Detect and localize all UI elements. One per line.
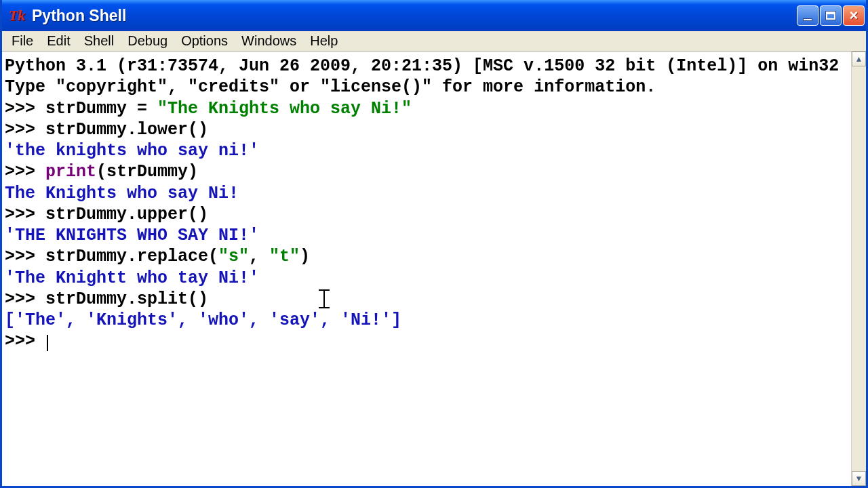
output-line: The Knights who say Ni!	[5, 183, 848, 204]
menu-debug[interactable]: Debug	[121, 31, 174, 51]
close-button[interactable]: ×	[843, 5, 865, 26]
menu-options[interactable]: Options	[174, 31, 235, 51]
minimize-button[interactable]	[797, 5, 818, 26]
menu-file[interactable]: File	[5, 31, 40, 51]
maximize-button[interactable]	[820, 5, 842, 26]
titlebar[interactable]: Tk Python Shell ×	[2, 0, 866, 31]
input-line: >>> strDummy = "The Knights who say Ni!"	[5, 98, 848, 119]
input-line: >>> print(strDummy)	[5, 161, 848, 182]
ibeam-cursor	[323, 289, 325, 308]
window-title: Python Shell	[32, 7, 797, 25]
menubar: FileEditShellDebugOptionsWindowsHelp	[2, 31, 866, 52]
output-line: 'The Knightt who tay Ni!'	[5, 268, 848, 289]
input-line: >>> strDummy.split()	[5, 289, 848, 310]
close-icon: ×	[850, 8, 859, 23]
input-line: >>>	[5, 331, 848, 352]
output-line: 'THE KNIGHTS WHO SAY NI!'	[5, 225, 848, 246]
menu-shell[interactable]: Shell	[77, 31, 121, 51]
minimize-icon	[803, 18, 812, 21]
menu-help[interactable]: Help	[303, 31, 344, 51]
scroll-down-button[interactable]: ▼	[852, 471, 866, 486]
output-line: ['The', 'Knights', 'who', 'say', 'Ni!']	[5, 310, 848, 331]
menu-edit[interactable]: Edit	[40, 31, 77, 51]
text-cursor	[47, 335, 48, 351]
vertical-scrollbar[interactable]: ▲ ▼	[851, 52, 866, 486]
window-controls: ×	[797, 5, 865, 26]
maximize-icon	[826, 12, 835, 20]
output-line: 'the knights who say ni!'	[5, 140, 848, 161]
input-line: >>> strDummy.replace("s", "t")	[5, 246, 848, 267]
input-line: >>> strDummy.upper()	[5, 204, 848, 225]
app-window: Tk Python Shell × FileEditShellDebugOpti…	[0, 0, 868, 488]
content-area: Python 3.1 (r31:73574, Jun 26 2009, 20:2…	[2, 52, 866, 486]
app-icon: Tk	[7, 6, 26, 25]
scroll-track[interactable]	[852, 66, 866, 471]
banner-line: Python 3.1 (r31:73574, Jun 26 2009, 20:2…	[5, 56, 848, 77]
banner-line: Type "copyright", "credits" or "license(…	[5, 77, 848, 98]
scroll-up-button[interactable]: ▲	[852, 52, 866, 66]
input-line: >>> strDummy.lower()	[5, 119, 848, 140]
menu-windows[interactable]: Windows	[235, 31, 303, 51]
shell-output[interactable]: Python 3.1 (r31:73574, Jun 26 2009, 20:2…	[2, 52, 851, 486]
